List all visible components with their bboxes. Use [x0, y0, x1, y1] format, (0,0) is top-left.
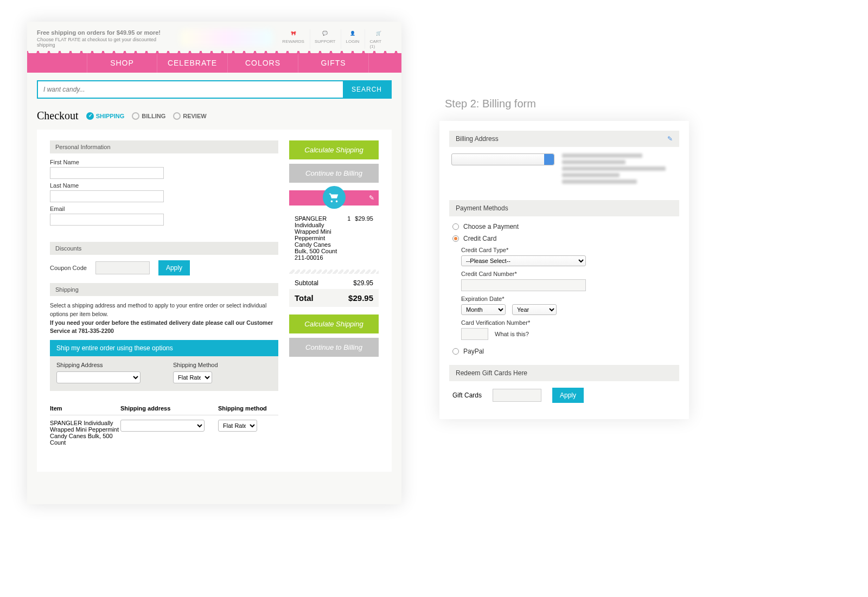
cart-link[interactable]: 🛒CART (1) — [365, 29, 392, 49]
gift-label: Gift Cards — [452, 391, 482, 399]
ship-options-grid: Shipping Address Shipping Method Flat Ra… — [50, 356, 278, 391]
cart-header: ✎ — [289, 190, 379, 206]
check-icon — [86, 112, 94, 120]
gift-header: Redeem Gift Cards Here — [449, 365, 679, 381]
cart-badge-icon — [323, 186, 346, 209]
step-billing[interactable]: BILLING — [132, 112, 165, 120]
cc-number-input[interactable] — [461, 279, 586, 291]
radio-icon — [452, 348, 459, 355]
cart-body: SPANGLER Individually Wrapped Mini Peppe… — [289, 206, 379, 266]
nav-colors[interactable]: COLORS — [228, 53, 298, 73]
exp-year-select[interactable]: Year — [512, 304, 557, 315]
cart-icon: 🛒 — [374, 29, 383, 37]
cc-type-select[interactable]: --Please Select-- — [461, 255, 586, 266]
table-row: SPANGLER Individually Wrapped Mini Peppe… — [50, 415, 278, 450]
radio-icon — [452, 235, 459, 242]
continue-billing-button[interactable]: Continue to Billing — [289, 164, 379, 183]
checkout-body: Personal Information First Name Last Nam… — [37, 130, 392, 472]
ship-method-select[interactable]: Flat Rate — [173, 371, 212, 383]
search-bar: SEARCH — [37, 80, 392, 99]
total-row: Total$29.95 — [289, 289, 379, 307]
payment-cc-radio[interactable]: Credit Card — [452, 235, 676, 242]
email-input[interactable] — [50, 214, 164, 226]
circle-icon — [132, 112, 139, 120]
coupon-input[interactable] — [95, 261, 150, 274]
calculate-shipping-button[interactable]: Calculate Shipping — [289, 140, 379, 159]
gift-apply-button[interactable]: Apply — [552, 388, 584, 403]
nav-celebrate[interactable]: CELEBRATE — [157, 53, 228, 73]
coupon-apply-button[interactable]: Apply — [158, 260, 190, 275]
ship-entire-bar: Ship my entire order using these options — [50, 340, 278, 356]
row-address-select[interactable] — [120, 420, 205, 432]
top-bar: Free shipping on orders for $49.95 or mo… — [27, 22, 401, 53]
item-table: Item Shipping address Shipping method SP… — [50, 402, 278, 450]
calculate-shipping-button-2[interactable]: Calculate Shipping — [289, 314, 379, 333]
continue-billing-button-2[interactable]: Continue to Billing — [289, 338, 379, 357]
gift-input[interactable] — [493, 389, 541, 402]
last-name-label: Last Name — [50, 182, 278, 189]
billing-panel: Step 2: Billing form Billing Address ✎ P… — [439, 98, 689, 419]
nav-gifts[interactable]: GIFTS — [298, 53, 369, 73]
ship-address-select[interactable] — [56, 371, 141, 383]
pencil-icon[interactable]: ✎ — [667, 135, 673, 143]
gift-row: Gift Cards Apply — [452, 388, 676, 403]
promo-block: Free shipping on orders for $49.95 or mo… — [37, 29, 175, 49]
shipping-instructions: Select a shipping address and method to … — [50, 301, 278, 336]
exp-month-select[interactable]: Month — [461, 304, 506, 315]
edit-cart-icon[interactable]: ✎ — [369, 194, 374, 202]
coupon-row: Coupon Code Apply — [50, 260, 278, 275]
rewards-link[interactable]: 🎀REWARDS — [278, 29, 309, 49]
cart-item-sku: 211-00016 — [295, 254, 343, 261]
cart-item-name: SPANGLER Individually Wrapped Mini Peppe… — [295, 215, 343, 254]
exp-label: Expiration Date* — [461, 296, 679, 302]
first-name-input[interactable] — [50, 167, 164, 179]
ship-address-label: Shipping Address — [56, 362, 141, 368]
col-method: Shipping method — [218, 405, 272, 412]
search-input[interactable] — [38, 81, 343, 98]
billing-address-header: Billing Address ✎ — [449, 131, 679, 147]
cart-line: SPANGLER Individually Wrapped Mini Peppe… — [295, 215, 373, 261]
promo-subtitle: Choose FLAT RATE at checkout to get your… — [37, 37, 175, 48]
payment-choose-radio[interactable]: Choose a Payment — [452, 223, 676, 230]
nav-shop[interactable]: SHOP — [87, 53, 157, 73]
circle-icon — [173, 112, 181, 120]
cart-item-price: $29.95 — [355, 215, 373, 261]
item-name: SPANGLER Individually Wrapped Mini Peppe… — [50, 420, 120, 446]
payment-header: Payment Methods — [449, 200, 679, 216]
checkout-steps: Checkout SHIPPING BILLING REVIEW — [37, 110, 392, 122]
cvv-label: Card Verification Number* — [461, 319, 679, 326]
col-item: Item — [50, 405, 120, 412]
cvv-input[interactable] — [461, 328, 488, 340]
login-icon: 👤 — [348, 29, 357, 37]
shipping-header: Shipping — [50, 283, 278, 296]
main-nav: SHOP CELEBRATE COLORS GIFTS — [27, 53, 401, 73]
receipt-edge — [289, 269, 379, 274]
personal-header: Personal Information — [50, 140, 278, 153]
step-review[interactable]: REVIEW — [173, 112, 206, 120]
row-method-select[interactable]: Flat Rate — [218, 420, 257, 432]
last-name-input[interactable] — [50, 190, 164, 202]
ship-method-label: Shipping Method — [173, 362, 218, 368]
support-link[interactable]: 💬SUPPORT — [310, 29, 340, 49]
checkout-title: Checkout — [37, 110, 79, 122]
billing-address-select[interactable] — [451, 153, 554, 165]
login-link[interactable]: 👤LOGIN — [341, 29, 363, 49]
address-row — [451, 153, 677, 186]
search-button[interactable]: SEARCH — [343, 81, 391, 98]
step2-title: Step 2: Billing form — [445, 98, 689, 110]
cvv-help-link[interactable]: What is this? — [495, 331, 529, 337]
step-shipping[interactable]: SHIPPING — [86, 112, 125, 120]
top-icon-row: 🎀REWARDS 💬SUPPORT 👤LOGIN 🛒CART (1) — [278, 29, 392, 49]
address-preview — [562, 153, 677, 186]
col-address: Shipping address — [120, 405, 218, 412]
summary-column: Calculate Shipping Continue to Billing ✎… — [289, 140, 379, 450]
billing-card: Billing Address ✎ Payment Methods Choose… — [439, 121, 689, 419]
discounts-header: Discounts — [50, 242, 278, 255]
payment-paypal-radio[interactable]: PayPal — [452, 348, 676, 355]
cc-fields: Credit Card Type* --Please Select-- Cred… — [461, 247, 679, 340]
coupon-label: Coupon Code — [50, 265, 87, 271]
rewards-icon: 🎀 — [289, 29, 298, 37]
first-name-label: First Name — [50, 159, 278, 165]
radio-icon — [452, 223, 459, 230]
email-label: Email — [50, 206, 278, 212]
